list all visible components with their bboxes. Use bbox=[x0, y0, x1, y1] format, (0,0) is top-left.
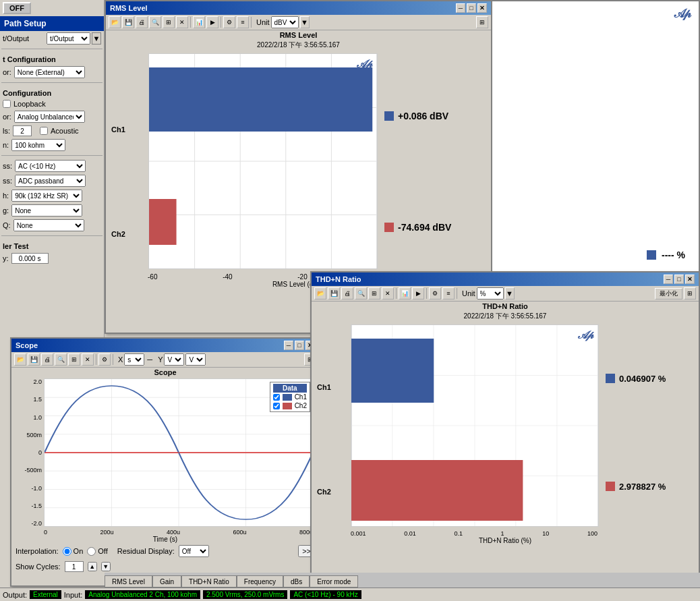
rms-settings-icon[interactable]: ⚙ bbox=[223, 16, 235, 28]
rms-minimize-btn[interactable]: ─ bbox=[456, 3, 465, 13]
scope-print-icon[interactable]: 🖨 bbox=[41, 353, 53, 366]
interp-off-radio[interactable] bbox=[87, 547, 96, 556]
rms-play-icon[interactable]: ▶ bbox=[206, 16, 218, 28]
scope-minimize-btn[interactable]: ─ bbox=[284, 341, 293, 350]
rms-menu-icon[interactable]: ≡ bbox=[237, 16, 249, 28]
scope-legend: Data Ch1 Ch2 bbox=[270, 382, 310, 412]
rms-maximize-btn[interactable]: □ bbox=[467, 3, 476, 13]
filter-g-label: g: bbox=[3, 206, 9, 214]
off-button[interactable]: OFF bbox=[3, 2, 31, 14]
rms-expand-icon[interactable]: ⊞ bbox=[476, 16, 488, 28]
scope-grid-icon[interactable]: ⊞ bbox=[68, 353, 80, 366]
scope-cursor-icon[interactable]: ✕ bbox=[82, 353, 94, 366]
thd-ch1-result: 0.046907 % bbox=[606, 374, 693, 384]
show-cycles-input[interactable] bbox=[65, 561, 84, 572]
thd-subtitle: THD+N Ratio bbox=[312, 302, 699, 311]
scope-legend-title: Data bbox=[273, 384, 307, 393]
rms-cursor-icon[interactable]: ✕ bbox=[176, 16, 188, 28]
thd-menu-icon[interactable]: ≡ bbox=[442, 287, 455, 299]
scope-save-icon[interactable]: 💾 bbox=[28, 353, 40, 366]
bandwidth-ss-select[interactable]: ADC passband bbox=[15, 175, 86, 187]
coupling-ss-select[interactable]: AC (<10 Hz) bbox=[15, 160, 86, 172]
thd-timestamp: 2022/2/18 下午 3:56:55.167 bbox=[312, 311, 699, 322]
thd-close-btn[interactable]: ✕ bbox=[685, 275, 695, 284]
scope-zoom-icon[interactable]: 🔍 bbox=[55, 353, 67, 366]
scope-maximize-btn[interactable]: □ bbox=[295, 341, 304, 350]
show-cycles-label: Show Cycles: bbox=[16, 563, 61, 571]
tab-frequency[interactable]: Frequency bbox=[237, 575, 283, 588]
io-select[interactable]: t/Output bbox=[47, 32, 90, 45]
scope-open-icon[interactable]: 📂 bbox=[14, 353, 26, 366]
rms-close-btn[interactable]: ✕ bbox=[477, 3, 487, 13]
io-dropdown-arrow[interactable]: ▼ bbox=[92, 32, 101, 45]
scope-window: Scope ─ □ ✕ 📂 💾 🖨 🔍 ⊞ ✕ ⚙ X s ─ Y V V ⊞ … bbox=[10, 337, 320, 587]
thd-x-100: 100 bbox=[587, 530, 597, 537]
thd-titlebar[interactable]: THD+N Ratio ─ □ ✕ bbox=[312, 273, 699, 286]
loopback-checkbox[interactable] bbox=[3, 100, 11, 108]
scope-ch1-checkbox[interactable] bbox=[273, 394, 280, 401]
rms-ch1-value: +0.086 dBV bbox=[398, 111, 448, 121]
scope-y-extra-select[interactable]: V bbox=[185, 353, 206, 366]
thd-maximize-btn[interactable]: □ bbox=[674, 275, 684, 284]
rms-ch2-result: -74.694 dBV bbox=[384, 222, 486, 233]
filter-q-label: Q: bbox=[3, 221, 11, 229]
filter-g-select[interactable]: None bbox=[11, 204, 82, 217]
rms-save-icon[interactable]: 💾 bbox=[122, 16, 134, 28]
tab-thd-label: THD+N Ratio bbox=[189, 578, 229, 585]
residual-select[interactable]: Off bbox=[179, 545, 209, 557]
show-cycles-up[interactable]: ▲ bbox=[88, 562, 97, 571]
thd-minimize-label-btn[interactable]: 最小化 bbox=[655, 288, 682, 299]
scope-titlebar[interactable]: Scope ─ □ ✕ bbox=[11, 339, 319, 352]
right-partial-value: ---- % bbox=[662, 250, 685, 260]
rms-unit-select[interactable]: dBV bbox=[271, 16, 299, 28]
interp-on-radio[interactable] bbox=[63, 547, 71, 556]
rms-zoom-icon[interactable]: 🔍 bbox=[149, 16, 161, 28]
output-value: External bbox=[30, 590, 61, 599]
scope-settings-icon[interactable]: ⚙ bbox=[98, 353, 111, 366]
filter-q-select[interactable]: None bbox=[13, 219, 84, 231]
sample-rate-select[interactable]: 90k (192 kHz SR) bbox=[11, 190, 82, 202]
thd-minimize-btn[interactable]: ─ bbox=[664, 275, 673, 284]
scope-x-title: Time (s) bbox=[11, 536, 319, 543]
thd-unit-dropdown-btn[interactable]: ▼ bbox=[505, 287, 515, 299]
order-test-input[interactable] bbox=[11, 253, 49, 264]
input-for-select[interactable]: None (External) bbox=[14, 66, 85, 78]
thd-grid-icon[interactable]: ⊞ bbox=[368, 287, 380, 299]
thd-unit-select[interactable]: % bbox=[477, 287, 504, 299]
scope-legend-ch2: Ch2 bbox=[273, 401, 307, 410]
scope-y-unit-select[interactable]: V bbox=[164, 353, 184, 366]
thd-expand-icon[interactable]: ⊞ bbox=[684, 287, 696, 299]
channels-input[interactable] bbox=[13, 125, 32, 136]
thd-open-icon[interactable]: 📂 bbox=[314, 287, 326, 299]
scope-x-unit-select[interactable]: s bbox=[124, 353, 144, 366]
rms-unit-dropdown-btn[interactable]: ▼ bbox=[300, 16, 310, 28]
scope-ch2-checkbox[interactable] bbox=[273, 403, 280, 409]
thd-zoom-icon[interactable]: 🔍 bbox=[355, 287, 367, 299]
load-select[interactable]: 100 kohm bbox=[11, 139, 65, 151]
tab-gain-label: Gain bbox=[160, 578, 174, 585]
show-cycles-down[interactable]: ▼ bbox=[101, 562, 111, 571]
thd-print-icon[interactable]: 🖨 bbox=[341, 287, 353, 299]
thd-chart-icon[interactable]: 📊 bbox=[399, 287, 411, 299]
scope-ch1-color bbox=[283, 394, 292, 401]
thd-save-icon[interactable]: 💾 bbox=[328, 287, 340, 299]
thd-ch1-value: 0.046907 % bbox=[619, 374, 666, 384]
rms-chart-icon[interactable]: 📊 bbox=[193, 16, 205, 28]
acoustic-checkbox[interactable] bbox=[40, 127, 48, 135]
tab-dbs[interactable]: dBs bbox=[283, 575, 310, 588]
rms-titlebar[interactable]: RMS Level ─ □ ✕ bbox=[106, 1, 491, 15]
acoustic-label: Acoustic bbox=[51, 127, 79, 135]
rms-print-icon[interactable]: 🖨 bbox=[136, 16, 148, 28]
rms-open-icon[interactable]: 📂 bbox=[109, 16, 121, 28]
bandwidth-ss-row: ss: ADC passband bbox=[0, 173, 104, 188]
thd-settings-icon[interactable]: ⚙ bbox=[429, 287, 441, 299]
tab-error-mode[interactable]: Error mode bbox=[310, 575, 358, 588]
thd-cursor-icon[interactable]: ✕ bbox=[382, 287, 394, 299]
tab-thd[interactable]: THD+N Ratio bbox=[181, 575, 237, 588]
tab-rms-level[interactable]: RMS Level bbox=[105, 575, 152, 588]
output-type-select[interactable]: Analog Unbalanced bbox=[14, 111, 85, 123]
tab-gain[interactable]: Gain bbox=[152, 575, 181, 588]
rms-grid-icon[interactable]: ⊞ bbox=[163, 16, 175, 28]
thd-play-icon[interactable]: ▶ bbox=[412, 287, 424, 299]
interpolation-label: Interpolation: bbox=[16, 547, 59, 555]
